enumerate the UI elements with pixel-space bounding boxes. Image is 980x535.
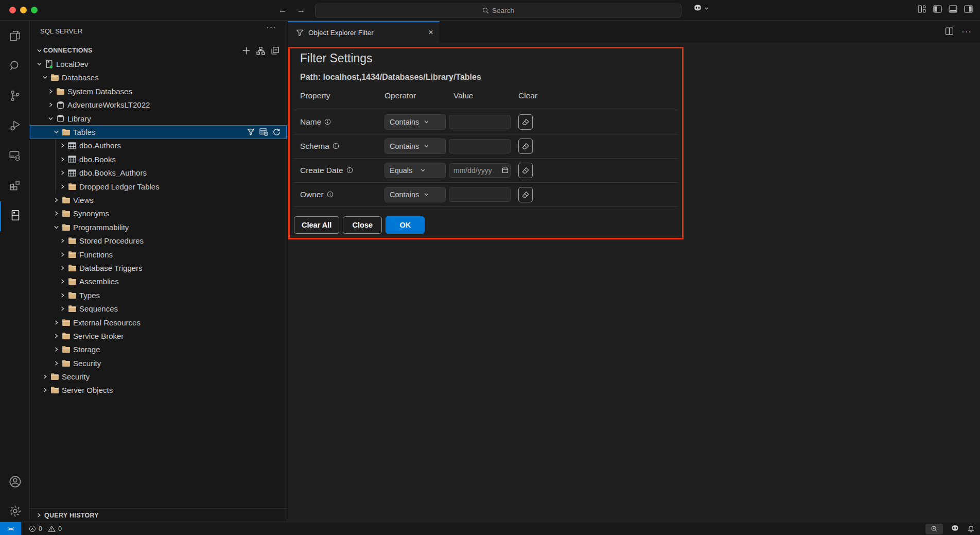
sql-server-icon	[9, 209, 22, 224]
chevron-right-icon	[48, 102, 54, 108]
tree-item-database-triggers[interactable]: Database Triggers	[30, 261, 287, 274]
operator-select[interactable]: Contains	[384, 114, 446, 130]
tree-item-dbo-books-authors[interactable]: dbo.Books_Authors	[30, 166, 287, 180]
search-icon	[482, 7, 489, 14]
problems-status[interactable]: 0 0	[29, 522, 62, 535]
folder-icon	[62, 346, 71, 353]
tree-item-external-resources[interactable]: External Resources	[30, 316, 287, 329]
tree-item-programmability[interactable]: Programmability	[30, 220, 287, 234]
history-back-button[interactable]: ←	[276, 4, 289, 17]
accounts-button[interactable]	[0, 468, 30, 497]
tree-item-security[interactable]: Security	[30, 356, 287, 370]
refresh-icon[interactable]	[273, 128, 281, 136]
chevron-right-icon	[60, 306, 65, 312]
tree-item-dbo-books[interactable]: dbo.Books	[30, 152, 287, 166]
annotation-rectangle: Filter Settings Path: localhost,1434/Dat…	[288, 47, 684, 239]
tree-item-system-databases[interactable]: System Databases	[30, 84, 287, 98]
more-actions-icon[interactable]: ···	[961, 27, 972, 37]
sidebar-title: SQL SERVER	[40, 27, 82, 35]
clear-row-button[interactable]	[518, 114, 533, 130]
tree-item-dbo-authors[interactable]: dbo.Authors	[30, 139, 287, 152]
toggle-panel-icon[interactable]	[949, 5, 957, 13]
chevron-right-icon	[54, 320, 59, 325]
operator-selected-value: Contains	[390, 118, 419, 126]
operator-select[interactable]: Contains	[384, 139, 446, 154]
tree-item-functions[interactable]: Functions	[30, 248, 287, 261]
copilot-menu[interactable]	[693, 4, 709, 13]
tab-object-explorer-filter[interactable]: Object Explorer Filter ×	[288, 21, 440, 43]
chevron-down-icon	[54, 129, 59, 135]
tree-item-dropped-ledger-tables[interactable]: Dropped Ledger Tables	[30, 180, 287, 193]
more-actions-icon[interactable]: ···	[266, 23, 276, 33]
tree-item-tables[interactable]: Tables	[30, 125, 287, 139]
split-editor-icon[interactable]	[945, 27, 954, 38]
tree-item-security[interactable]: Security	[30, 370, 287, 383]
value-text-input[interactable]	[449, 115, 511, 129]
tree-item-localdev[interactable]: LocalDev	[30, 57, 287, 71]
eraser-icon	[521, 118, 530, 126]
operator-select[interactable]: Equals	[384, 163, 446, 178]
tree-item-label: External Resources	[73, 318, 141, 327]
filter-row-owner: OwnerContains	[290, 182, 682, 206]
tree-item-sequences[interactable]: Sequences	[30, 302, 287, 315]
tree-item-label: Database Triggers	[79, 264, 143, 272]
chevron-down-icon	[37, 61, 42, 67]
gear-icon	[8, 504, 22, 520]
ok-button[interactable]: OK	[386, 216, 425, 234]
tree-item-label: Service Broker	[73, 332, 124, 340]
close-icon[interactable]: ×	[428, 22, 433, 43]
clear-row-button[interactable]	[518, 163, 533, 178]
tree-item-assemblies[interactable]: Assemblies	[30, 275, 287, 288]
property-label: Create Date	[300, 158, 353, 182]
value-text-input[interactable]	[449, 187, 511, 202]
tree-item-views[interactable]: Views	[30, 193, 287, 206]
sidebar-item-search[interactable]	[0, 52, 30, 82]
tree-item-label: Storage	[73, 345, 100, 354]
operator-select[interactable]: Contains	[384, 187, 446, 202]
tree-item-server-objects[interactable]: Server Objects	[30, 384, 287, 397]
tree-item-databases[interactable]: Databases	[30, 71, 287, 84]
toggle-secondary-sidebar-icon[interactable]	[964, 5, 973, 13]
copilot-status-icon[interactable]	[950, 525, 960, 533]
tree-item-library[interactable]: Library	[30, 112, 287, 125]
tree-item-storage[interactable]: Storage	[30, 343, 287, 356]
tree-item-synonyms[interactable]: Synonyms	[30, 207, 287, 220]
close-window-button[interactable]	[9, 7, 16, 13]
close-button[interactable]: Close	[343, 216, 382, 234]
clear-row-button[interactable]	[518, 139, 533, 154]
sidebar-item-explorer[interactable]	[0, 22, 30, 52]
sidebar-item-run-debug[interactable]	[0, 112, 30, 142]
customize-layout-icon[interactable]	[918, 5, 926, 13]
collapse-all-icon[interactable]	[271, 46, 279, 55]
tree-item-service-broker[interactable]: Service Broker	[30, 329, 287, 342]
minimize-window-button[interactable]	[20, 7, 27, 13]
query-history-section[interactable]: QUERY HISTORY	[30, 508, 287, 522]
tree-item-stored-procedures[interactable]: Stored Procedures	[30, 234, 287, 247]
folder-icon	[68, 291, 77, 299]
toggle-primary-sidebar-icon[interactable]	[933, 5, 942, 13]
sidebar-item-sql-server[interactable]	[0, 201, 30, 231]
value-date-input[interactable]	[449, 163, 511, 178]
command-center-search[interactable]: Search	[315, 4, 681, 18]
tree-item-label: Security	[73, 359, 101, 368]
maximize-window-button[interactable]	[31, 7, 38, 13]
history-forward-button[interactable]: →	[294, 4, 308, 17]
connection-groups-icon[interactable]	[256, 46, 265, 55]
sidebar-item-source-control[interactable]	[0, 82, 30, 112]
folder-icon	[68, 237, 77, 245]
filter-icon[interactable]	[247, 128, 255, 136]
new-table-icon[interactable]	[259, 128, 268, 136]
clear-row-button[interactable]	[518, 187, 533, 202]
zoom-status-button[interactable]	[925, 524, 943, 534]
clear-all-button[interactable]: Clear All	[294, 216, 339, 234]
tree-item-types[interactable]: Types	[30, 288, 287, 302]
connections-section-header[interactable]: CONNECTIONS	[30, 44, 287, 57]
bell-icon[interactable]	[967, 525, 975, 533]
debug-icon	[8, 119, 22, 134]
sidebar-item-extensions[interactable]	[0, 171, 30, 201]
tree-item-adventureworkslt2022[interactable]: AdventureWorksLT2022	[30, 98, 287, 112]
add-connection-icon[interactable]	[242, 46, 251, 55]
value-text-input[interactable]	[449, 139, 511, 153]
sidebar-item-remote-explorer[interactable]	[0, 142, 30, 171]
remote-indicator[interactable]: ><	[0, 522, 21, 535]
